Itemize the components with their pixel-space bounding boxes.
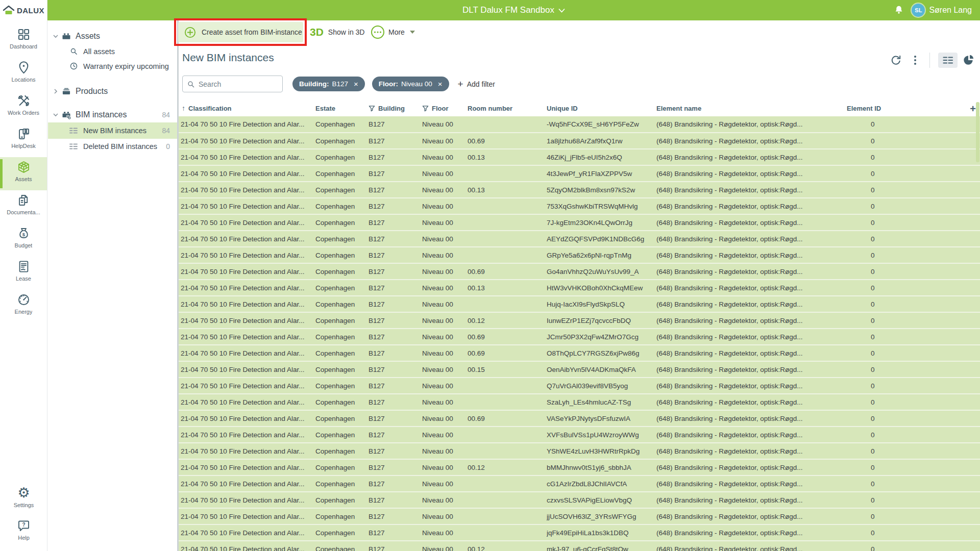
table-cell: Niveau 00 bbox=[422, 182, 468, 198]
more-menu-button[interactable]: More bbox=[371, 20, 415, 44]
table-row[interactable]: 21-04 70 50 10 Fire Detection and Alar..… bbox=[179, 231, 980, 247]
table-row[interactable]: 21-04 70 50 10 Fire Detection and Alar..… bbox=[179, 394, 980, 410]
table-row[interactable]: 21-04 70 50 10 Fire Detection and Alar..… bbox=[179, 345, 980, 361]
add-column-icon[interactable]: + bbox=[970, 103, 976, 115]
table-row[interactable]: 21-04 70 50 10 Fire Detection and Alar..… bbox=[179, 524, 980, 541]
table-row[interactable]: 21-04 70 50 10 Fire Detection and Alar..… bbox=[179, 427, 980, 443]
chevron-right-icon[interactable] bbox=[51, 88, 61, 94]
tree-node-products[interactable]: Products bbox=[48, 84, 177, 99]
sidebar-item-label: Settings bbox=[14, 502, 34, 508]
list-lines-icon bbox=[68, 126, 79, 135]
tree-item-warranty-expiry[interactable]: Warranty expiry upcoming bbox=[48, 59, 177, 73]
table-row[interactable]: 21-04 70 50 10 Fire Detection and Alar..… bbox=[179, 541, 980, 551]
notifications-bell-icon[interactable] bbox=[893, 5, 904, 16]
table-row[interactable]: 21-04 70 50 10 Fire Detection and Alar..… bbox=[179, 263, 980, 280]
table-row[interactable]: 21-04 70 50 10 Fire Detection and Alar..… bbox=[179, 133, 980, 149]
chevron-down-icon[interactable] bbox=[51, 33, 61, 39]
filter-chip-building[interactable]: Building: B127 × bbox=[292, 77, 365, 91]
sidebar-item-locations[interactable]: Locations bbox=[0, 58, 47, 91]
column-header-classification[interactable]: ↑ Classification bbox=[179, 100, 315, 116]
sidebar-item-energy[interactable]: Energy bbox=[0, 290, 47, 323]
show-in-3d-button[interactable]: 3D Show in 3D bbox=[310, 20, 364, 44]
refresh-icon[interactable] bbox=[890, 54, 902, 67]
add-filter-button[interactable]: + Add filter bbox=[458, 79, 495, 89]
table-cell: 21-04 70 50 10 Fire Detection and Alar..… bbox=[179, 345, 315, 361]
create-asset-from-bim-button[interactable]: Create asset from BIM-instance bbox=[178, 22, 303, 42]
table-row[interactable]: 21-04 70 50 10 Fire Detection and Alar..… bbox=[179, 459, 980, 475]
table-row[interactable]: 21-04 70 50 10 Fire Detection and Alar..… bbox=[179, 165, 980, 182]
column-header-floor[interactable]: Floor bbox=[422, 100, 468, 116]
table-row[interactable]: 21-04 70 50 10 Fire Detection and Alar..… bbox=[179, 410, 980, 427]
table-cell: B127 bbox=[369, 427, 422, 443]
table-row[interactable]: 21-04 70 50 10 Fire Detection and Alar..… bbox=[179, 280, 980, 296]
kebab-menu-icon[interactable] bbox=[910, 54, 920, 66]
search-box[interactable] bbox=[182, 76, 283, 92]
tree-item-new-bim-instances[interactable]: New BIM instances 84 bbox=[48, 122, 177, 139]
column-header-room-number[interactable]: Room number bbox=[468, 100, 547, 116]
table-row[interactable]: 21-04 70 50 10 Fire Detection and Alar..… bbox=[179, 492, 980, 508]
chevron-down-icon[interactable] bbox=[51, 112, 61, 118]
remove-filter-icon[interactable]: × bbox=[438, 80, 443, 88]
table-row[interactable]: 21-04 70 50 10 Fire Detection and Alar..… bbox=[179, 378, 980, 394]
table-cell: (648) Brandsikring - Røgdetektor, optisk… bbox=[656, 198, 847, 214]
table-cell: Niveau 00 bbox=[422, 459, 468, 475]
dalux-logo[interactable]: DALUX bbox=[0, 0, 47, 20]
table-cell: 0 bbox=[847, 296, 980, 312]
table-cell: 0 bbox=[847, 443, 980, 459]
column-header-estate[interactable]: Estate bbox=[315, 100, 369, 116]
sidebar-item-settings[interactable]: ⚙ Settings bbox=[0, 483, 47, 516]
sidebar-item-assets[interactable]: Assets bbox=[0, 157, 47, 190]
table-cell: 21-04 70 50 10 Fire Detection and Alar..… bbox=[179, 247, 315, 263]
table-row[interactable]: 21-04 70 50 10 Fire Detection and Alar..… bbox=[179, 329, 980, 345]
table-row[interactable]: 21-04 70 50 10 Fire Detection and Alar..… bbox=[179, 116, 980, 133]
sidebar-item-budget[interactable]: $ Budget bbox=[0, 223, 47, 257]
chip-label: Building: bbox=[299, 80, 329, 88]
column-header-unique-id[interactable]: Unique ID bbox=[547, 100, 656, 116]
pie-view-toggle[interactable] bbox=[962, 54, 975, 67]
column-header-element-name[interactable]: Element name bbox=[656, 100, 847, 116]
tree-node-bim-instances[interactable]: BIM instances 84 bbox=[48, 107, 177, 122]
table-row[interactable]: 21-04 70 50 10 Fire Detection and Alar..… bbox=[179, 475, 980, 492]
gear-icon: ⚙ bbox=[17, 486, 30, 500]
table-row[interactable]: 21-04 70 50 10 Fire Detection and Alar..… bbox=[179, 182, 980, 198]
table-cell: Niveau 00 bbox=[422, 231, 468, 247]
list-view-toggle[interactable] bbox=[938, 53, 958, 68]
table-row[interactable]: 21-04 70 50 10 Fire Detection and Alar..… bbox=[179, 361, 980, 378]
table-cell: B127 bbox=[369, 410, 422, 427]
tree-item-deleted-bim-instances[interactable]: Deleted BIM instances 0 bbox=[48, 139, 177, 154]
sidebar-item-dashboard[interactable]: Dashboard bbox=[0, 24, 47, 58]
table-cell: Copenhagen bbox=[315, 329, 369, 345]
table-row[interactable]: 21-04 70 50 10 Fire Detection and Alar..… bbox=[179, 149, 980, 165]
filter-chip-floor[interactable]: Floor: Niveau 00 × bbox=[372, 77, 449, 91]
table-cell: czxvsSLSVAPigELiowVbgQ bbox=[547, 492, 656, 508]
table-row[interactable]: 21-04 70 50 10 Fire Detection and Alar..… bbox=[179, 508, 980, 524]
project-switcher[interactable]: DLT Dalux FM Sandbox bbox=[462, 5, 565, 15]
table-row[interactable]: 21-04 70 50 10 Fire Detection and Alar..… bbox=[179, 198, 980, 214]
table-cell: (648) Brandsikring - Røgdetektor, optisk… bbox=[656, 247, 847, 263]
tree-node-assets[interactable]: Assets bbox=[48, 29, 177, 44]
sidebar-item-lease[interactable]: Lease bbox=[0, 257, 47, 290]
table-row[interactable]: 21-04 70 50 10 Fire Detection and Alar..… bbox=[179, 312, 980, 329]
search-input[interactable] bbox=[199, 80, 275, 88]
table-row[interactable]: 21-04 70 50 10 Fire Detection and Alar..… bbox=[179, 443, 980, 459]
table-cell: Copenhagen bbox=[315, 149, 369, 165]
table-cell: B127 bbox=[369, 361, 422, 378]
table-row[interactable]: 21-04 70 50 10 Fire Detection and Alar..… bbox=[179, 296, 980, 312]
remove-filter-icon[interactable]: × bbox=[354, 80, 358, 88]
sidebar-item-documentation[interactable]: Documenta... bbox=[0, 190, 47, 223]
column-header-building[interactable]: Building bbox=[369, 100, 422, 116]
vertical-scrollbar[interactable] bbox=[976, 102, 979, 162]
column-header-element-id[interactable]: Element ID bbox=[847, 100, 980, 116]
table-cell: Niveau 00 bbox=[422, 443, 468, 459]
table-row[interactable]: 21-04 70 50 10 Fire Detection and Alar..… bbox=[179, 247, 980, 263]
table-cell: HtW3vVHKOBoh0XhCkqMEew bbox=[547, 280, 656, 296]
user-menu[interactable]: SL Søren Lang bbox=[912, 4, 972, 17]
table-cell: Copenhagen bbox=[315, 312, 369, 329]
tree-item-all-assets[interactable]: All assets bbox=[48, 44, 177, 59]
table-cell: 0 bbox=[847, 247, 980, 263]
sidebar-item-help[interactable]: ? Help bbox=[0, 516, 47, 549]
chip-value: Niveau 00 bbox=[401, 80, 432, 88]
table-row[interactable]: 21-04 70 50 10 Fire Detection and Alar..… bbox=[179, 214, 980, 231]
sidebar-item-helpdesk[interactable]: HelpDesk bbox=[0, 124, 47, 157]
sidebar-item-work-orders[interactable]: Work Orders bbox=[0, 91, 47, 124]
